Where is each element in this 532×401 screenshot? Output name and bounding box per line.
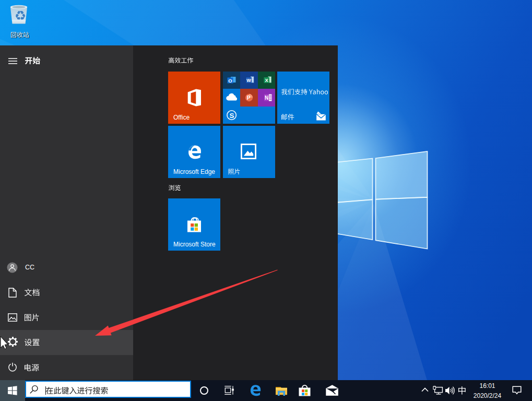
svg-text:W: W (246, 78, 251, 83)
svg-text:S: S (229, 112, 234, 120)
svg-text:O: O (228, 78, 232, 84)
svg-text:N: N (265, 95, 268, 101)
svg-text:X: X (265, 77, 269, 83)
svg-text:P: P (247, 95, 251, 101)
